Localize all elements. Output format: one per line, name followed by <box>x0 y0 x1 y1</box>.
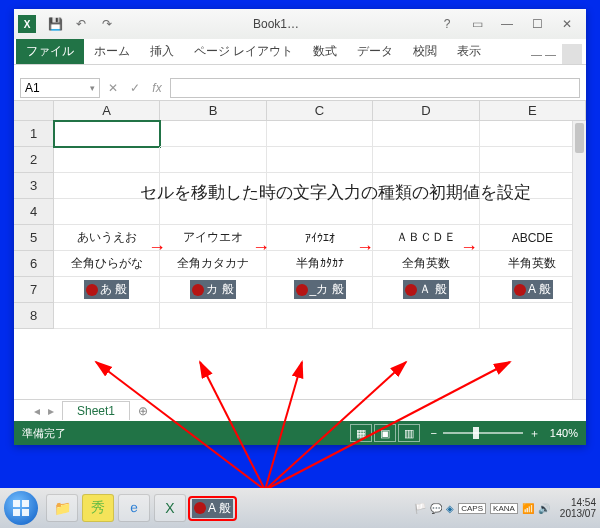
tray-shield-icon[interactable]: ◈ <box>446 503 454 514</box>
taskbar-ime-indicator[interactable]: A 般 <box>188 496 237 521</box>
row-header[interactable]: 6 <box>14 251 54 277</box>
cell[interactable]: アイウエオ <box>160 225 266 251</box>
ime-badge: _カ 般 <box>294 280 346 299</box>
redo-icon[interactable]: ↷ <box>97 14 117 34</box>
caps-indicator: CAPS <box>458 503 486 514</box>
cell[interactable]: ｱｲｳｴｵ <box>267 225 373 251</box>
row-header[interactable]: 7 <box>14 277 54 303</box>
tab-file[interactable]: ファイル <box>16 39 84 64</box>
row-header[interactable]: 4 <box>14 199 54 225</box>
title-bar: X 💾 ↶ ↷ Book1… ? ▭ — ☐ ✕ <box>14 9 586 39</box>
col-header[interactable]: C <box>267 101 373 120</box>
tab-home[interactable]: ホーム <box>84 39 140 64</box>
tab-view[interactable]: 表示 <box>447 39 491 64</box>
kana-indicator: KANA <box>490 503 518 514</box>
taskbar-excel-icon[interactable]: X <box>154 494 186 522</box>
vertical-scrollbar[interactable] <box>572 121 586 399</box>
row-header[interactable]: 2 <box>14 147 54 173</box>
sheet-nav-next-icon[interactable]: ▸ <box>48 404 54 418</box>
cell[interactable]: 全角ひらがな <box>54 251 160 277</box>
select-all-corner[interactable] <box>14 101 54 120</box>
view-pagebreak-icon[interactable]: ▥ <box>398 424 420 442</box>
tab-insert[interactable]: 挿入 <box>140 39 184 64</box>
sheet-tab[interactable]: Sheet1 <box>62 401 130 420</box>
user-name: — — <box>531 48 556 60</box>
zoom-value[interactable]: 140% <box>550 427 578 439</box>
taskbar: 📁 秀 ｅ X A 般 🏳️ 💬 ◈ CAPS KANA 📶 🔊 14:54 2… <box>0 488 600 528</box>
cell[interactable]: あいうえお <box>54 225 160 251</box>
minimize-icon[interactable]: — <box>492 13 522 35</box>
maximize-icon[interactable]: ☐ <box>522 13 552 35</box>
col-header[interactable]: A <box>54 101 160 120</box>
col-header[interactable]: B <box>160 101 266 120</box>
formula-bar[interactable] <box>170 78 580 98</box>
cell[interactable]: 半角英数 <box>480 251 586 277</box>
row-header[interactable]: 3 <box>14 173 54 199</box>
col-header[interactable]: E <box>480 101 586 120</box>
ime-badge: あ 般 <box>84 280 129 299</box>
tab-review[interactable]: 校閲 <box>403 39 447 64</box>
cell[interactable]: 全角英数 <box>373 251 479 277</box>
status-text: 準備完了 <box>22 426 66 441</box>
cell[interactable]: 全角カタカナ <box>160 251 266 277</box>
ime-badge-cell[interactable]: カ 般 <box>160 277 266 303</box>
taskbar-explorer-icon[interactable]: 📁 <box>46 494 78 522</box>
formula-bar-row: A1▾ ✕ ✓ fx <box>14 75 586 101</box>
svg-rect-5 <box>13 500 20 507</box>
system-tray: 🏳️ 💬 ◈ CAPS KANA 📶 🔊 14:54 2013/07 <box>414 497 596 519</box>
help-icon[interactable]: ? <box>432 13 462 35</box>
row-header[interactable]: 8 <box>14 303 54 329</box>
svg-rect-7 <box>13 509 20 516</box>
tab-formulas[interactable]: 数式 <box>303 39 347 64</box>
tab-data[interactable]: データ <box>347 39 403 64</box>
ime-badge-cell[interactable]: Ａ 般 <box>373 277 479 303</box>
svg-rect-8 <box>22 509 29 516</box>
tray-flag-icon[interactable]: 🏳️ <box>414 503 426 514</box>
new-sheet-icon[interactable]: ⊕ <box>138 404 148 418</box>
excel-logo-icon: X <box>18 15 36 33</box>
ribbon-options-icon[interactable]: ▭ <box>462 13 492 35</box>
cell[interactable]: 半角ｶﾀｶﾅ <box>267 251 373 277</box>
zoom-in-icon[interactable]: ＋ <box>529 426 540 441</box>
ime-badge-cell[interactable]: _カ 般 <box>267 277 373 303</box>
cell[interactable]: ABCDE <box>480 225 586 251</box>
zoom-slider[interactable]: − ＋ <box>430 426 539 441</box>
column-headers: A B C D E <box>14 101 586 121</box>
row-header[interactable]: 1 <box>14 121 54 147</box>
window-title: Book1… <box>120 17 432 31</box>
col-header[interactable]: D <box>373 101 479 120</box>
tab-layout[interactable]: ページ レイアウト <box>184 39 303 64</box>
ime-badge-cell[interactable]: A 般 <box>480 277 586 303</box>
sheet-tabs-row: ◂ ▸ Sheet1 ⊕ <box>14 399 586 421</box>
cancel-formula-icon[interactable]: ✕ <box>104 79 122 97</box>
cell-a1[interactable] <box>54 121 160 147</box>
tray-chat-icon[interactable]: 💬 <box>430 503 442 514</box>
start-button[interactable] <box>4 491 38 525</box>
enter-formula-icon[interactable]: ✓ <box>126 79 144 97</box>
excel-window: X 💾 ↶ ↷ Book1… ? ▭ — ☐ ✕ ファイル ホーム 挿入 ページ… <box>14 9 586 445</box>
ime-badge: カ 般 <box>190 280 235 299</box>
view-normal-icon[interactable]: ▦ <box>350 424 372 442</box>
name-box[interactable]: A1▾ <box>20 78 100 98</box>
fx-icon[interactable]: fx <box>148 79 166 97</box>
status-bar: 準備完了 ▦ ▣ ▥ − ＋ 140% <box>14 421 586 445</box>
heading-text: セルを移動した時の文字入力の種類の初期値を設定 <box>104 181 566 204</box>
tray-volume-icon[interactable]: 🔊 <box>538 503 550 514</box>
sheet-nav-prev-icon[interactable]: ◂ <box>34 404 40 418</box>
taskbar-clock[interactable]: 14:54 2013/07 <box>560 497 596 519</box>
ime-badge-cell[interactable]: あ 般 <box>54 277 160 303</box>
zoom-out-icon[interactable]: − <box>430 427 436 439</box>
close-icon[interactable]: ✕ <box>552 13 582 35</box>
ribbon-tabs: ファイル ホーム 挿入 ページ レイアウト 数式 データ 校閲 表示 — — <box>14 39 586 65</box>
ime-badge: Ａ 般 <box>403 280 448 299</box>
taskbar-ie-icon[interactable]: ｅ <box>118 494 150 522</box>
avatar-icon[interactable] <box>562 44 582 64</box>
undo-icon[interactable]: ↶ <box>71 14 91 34</box>
row-header[interactable]: 5 <box>14 225 54 251</box>
tray-network-icon[interactable]: 📶 <box>522 503 534 514</box>
svg-rect-6 <box>22 500 29 507</box>
cell[interactable]: ＡＢＣＤＥ <box>373 225 479 251</box>
view-layout-icon[interactable]: ▣ <box>374 424 396 442</box>
save-icon[interactable]: 💾 <box>45 14 65 34</box>
taskbar-hidemaru-icon[interactable]: 秀 <box>82 494 114 522</box>
